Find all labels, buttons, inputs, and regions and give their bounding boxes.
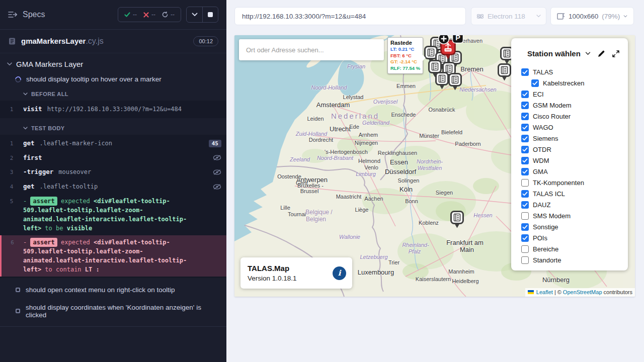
checkbox-checked[interactable] [521,201,529,209]
station-filter-row[interactable]: TK-Komponenten [521,179,620,187]
checkbox-checked[interactable] [521,135,529,142]
tooltip-values: LT: 0.21 °CFBT: 6 °CGT: -2.14 °CRLF: 77.… [390,46,420,71]
checkbox-checked[interactable] [521,90,529,98]
leaflet-link[interactable]: Leaflet [536,289,553,295]
station-filter-row[interactable]: WDM [521,157,620,164]
station-marker[interactable] [498,63,511,83]
viewport-size: 1000x660 [569,13,598,20]
parking-marker[interactable]: P [452,35,464,46]
checkbox-unchecked[interactable] [521,256,529,264]
map-search-input[interactable] [239,46,384,54]
station-pin-icon [450,211,464,229]
spec-extension: .cy.js [86,37,103,45]
command-text: get.leaflet-tooltip [23,182,209,192]
command-row[interactable]: 1get.leaflet-marker-icon45 [0,136,226,151]
info-button[interactable]: i [333,266,346,280]
browser-selector[interactable]: Electron 118 [471,7,546,25]
checkbox-unchecked[interactable] [521,179,529,187]
command-row[interactable]: 4get.leaflet-tooltip [0,179,226,194]
checkbox-checked[interactable] [521,113,529,120]
station-filter-row[interactable]: Sonstige [521,223,620,231]
osm-link[interactable]: OpenStreetMap [563,289,602,295]
checkbox-checked[interactable] [521,223,529,231]
station-filter-row[interactable]: DAUZ [521,201,620,209]
command-method: first [23,154,42,161]
check-icon [124,12,130,18]
command-row[interactable]: 2first [0,151,226,165]
checkbox-checked[interactable] [521,68,529,76]
station-filter-row[interactable]: TALAS ICL [521,190,620,198]
checkbox-checked[interactable] [521,190,529,198]
element-count-badge: 45 [209,140,221,147]
assert-command-row[interactable]: 5- assert expected <div#leaflet-tooltip-… [0,194,226,235]
station-pin-icon [448,73,462,91]
checkbox-checked[interactable] [521,168,529,175]
hidden-eye-icon [213,154,221,161]
suite-row[interactable]: GMA Markers Layer [0,53,226,71]
spec-duration-badge: 00:12 [193,36,218,46]
pending-test-row[interactable]: should display coordinates when 'Koordin… [0,299,226,324]
specs-list-toggle-icon[interactable] [8,11,18,19]
hidden-eye-icon[interactable] [213,184,221,190]
viewport-selector[interactable]: 1000x660 (79%) [550,7,634,25]
station-filter-row[interactable]: TALAS [521,68,620,76]
checkbox-checked[interactable] [521,157,529,164]
checkbox-unchecked[interactable] [521,245,529,253]
assert-command-row[interactable]: 6- assert expected <div#leaflet-tooltip-… [0,235,226,277]
cluster-plus-marker[interactable] [438,35,450,47]
hidden-eye-icon[interactable] [213,169,221,175]
spec-file-icon [8,37,16,45]
collapse-all-button[interactable] [187,7,202,22]
station-marker[interactable] [450,211,464,231]
tooltip-measurement: RLF: 77.54 % [390,65,420,72]
station-marker[interactable] [435,72,449,92]
station-filter-row[interactable]: POIs [521,234,620,242]
before-all-section-header[interactable]: BEFORE ALL [0,87,226,100]
station-panel-title: Station wählen [527,49,581,58]
active-test-row[interactable]: should display tooltip on hover over a m… [0,71,226,87]
station-filter-row[interactable]: Siemens [521,135,620,142]
checkbox-checked[interactable] [521,124,529,131]
checkbox-unchecked[interactable] [521,212,529,220]
checkbox-checked[interactable] [531,79,539,87]
station-checkbox-list: TALASKabelstreckenECIGSM ModemCisco Rout… [521,68,620,264]
url-input[interactable] [234,7,466,25]
test-body-section-header[interactable]: TEST BODY [0,121,226,134]
before-all-commands: 1visithttp://192.168.10.33:3000/?m=12&u=… [0,101,226,118]
checkbox-checked[interactable] [521,102,529,109]
station-filter-label: SMS Modem [533,212,571,220]
station-marker[interactable] [448,73,462,93]
spec-file-row[interactable]: gmaMarkersLayer.cy.js 00:12 [0,30,226,53]
command-number: 3 [0,169,23,175]
hidden-eye-icon [213,184,221,190]
leaflet-map[interactable]: NederlandFrysianNoord-HollandOverijsselG… [234,35,635,297]
command-row[interactable]: 1visithttp://192.168.10.33:3000/?m=12&u=… [0,102,226,117]
station-filter-row[interactable]: GMA [521,168,620,175]
station-filter-row[interactable]: Bereiche [521,245,620,253]
command-row[interactable]: 3-triggermouseover [0,165,226,179]
stop-button[interactable] [202,7,218,22]
before-all-label: BEFORE ALL [31,91,68,97]
station-filter-row[interactable]: ECI [521,90,620,98]
station-filter-label: Cisco Router [533,113,571,120]
version-box: TALAS.Map Version 1.0.18.1 i [240,257,352,289]
hidden-eye-icon[interactable] [213,154,221,161]
command-method: visit [23,105,42,113]
chevron-down-icon [623,15,627,18]
edit-pencil-icon[interactable] [597,50,605,58]
station-filter-row[interactable]: Kabelstrecken [531,79,620,87]
expand-fullscreen-icon[interactable] [612,50,620,58]
station-filter-row[interactable]: Standorte [521,256,620,264]
chevron-down-icon[interactable] [585,52,591,55]
checkbox-checked[interactable] [521,146,529,153]
station-filter-row[interactable]: Cisco Router [521,113,620,120]
station-filter-row[interactable]: WAGO [521,124,620,131]
running-spinner-icon [14,75,23,83]
station-filter-row[interactable]: OTDR [521,146,620,153]
station-filter-row[interactable]: SMS Modem [521,212,620,220]
checkbox-checked[interactable] [521,234,529,242]
station-pin-icon [498,63,511,81]
station-filter-row[interactable]: GSM Modem [521,102,620,109]
pending-test-row[interactable]: should open context menu on right-click … [0,281,226,299]
app-root: Specs -- -- -- [0,0,644,362]
